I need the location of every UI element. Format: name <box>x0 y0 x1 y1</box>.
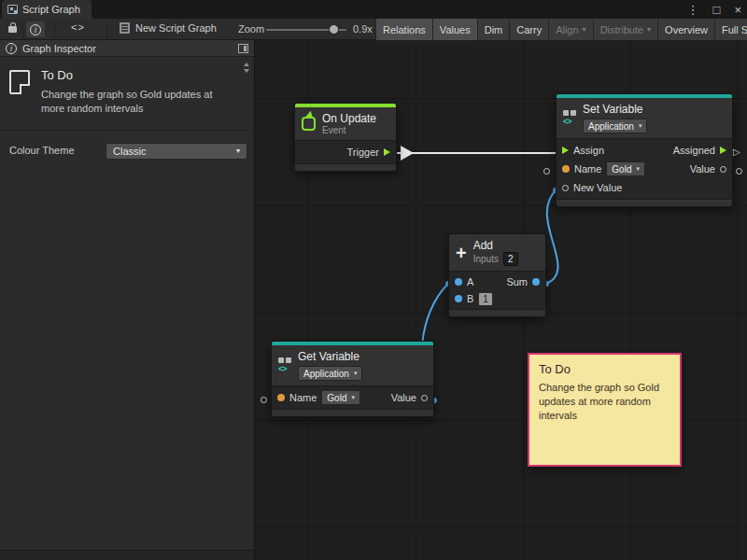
chevron-down-icon: ▾ <box>647 25 651 34</box>
align-button[interactable]: Align▾ <box>548 19 592 40</box>
assigned-port-label: Assigned <box>673 145 715 156</box>
values-button[interactable]: Values <box>432 19 477 40</box>
variable-scope-dropdown[interactable]: Application ▾ <box>583 119 647 133</box>
sticky-note-icon <box>9 70 30 94</box>
trigger-port-row: Trigger <box>295 143 396 161</box>
new-value-port-row: New Value <box>557 178 732 197</box>
b-port-row: B 1 <box>449 290 545 307</box>
add-icon: + <box>456 244 467 262</box>
chevron-down-icon: ▾ <box>351 394 355 401</box>
name-port-row: Name Gold ▾ Value <box>272 388 433 407</box>
variable-icon: <> <box>563 110 576 126</box>
node-add[interactable]: + Add Inputs 2 A Sum <box>448 233 546 317</box>
node-subtitle: Event <box>322 125 376 135</box>
chevron-down-icon: ▾ <box>236 147 240 155</box>
variable-name-dropdown[interactable]: Gold ▾ <box>606 161 645 176</box>
new-value-port-label: New Value <box>573 182 622 193</box>
close-icon[interactable]: × <box>734 3 741 17</box>
colour-theme-dropdown[interactable]: Classic ▾ <box>106 143 247 160</box>
toolbar-buttons: Relations Values Dim Carry Align▾ Distri… <box>375 19 747 40</box>
node-get-variable[interactable]: <> Get Variable Application ▾ Name Gold <box>271 341 434 417</box>
a-port-row: A Sum <box>449 273 545 290</box>
node-footer <box>449 309 545 316</box>
scroll-spinner[interactable] <box>244 63 249 73</box>
update-loop-icon <box>302 117 316 131</box>
colour-theme-label: Colour Theme <box>9 145 75 156</box>
todo-title: To Do <box>41 68 233 82</box>
external-port-icon[interactable] <box>261 397 267 403</box>
new-value-input-port[interactable] <box>562 185 569 191</box>
scroll-up-icon[interactable] <box>244 63 249 66</box>
value-output-port[interactable] <box>421 395 428 401</box>
graph-name-label: New Script Graph <box>135 22 217 34</box>
node-on-update[interactable]: On Update Event Trigger <box>294 103 397 172</box>
inspector-footer <box>0 550 254 560</box>
b-port-label: B <box>467 293 473 304</box>
a-input-port[interactable] <box>455 278 462 286</box>
assign-input-port[interactable] <box>562 147 569 154</box>
carry-button[interactable]: Carry <box>509 19 548 40</box>
chevron-down-icon: ▾ <box>354 370 358 377</box>
lock-icon[interactable] <box>8 26 17 33</box>
chevron-down-icon: ▾ <box>639 122 642 130</box>
name-port-label: Name <box>574 163 601 175</box>
todo-text: Change the graph so Gold updates at more… <box>41 88 233 117</box>
distribute-button[interactable]: Distribute▾ <box>593 19 657 40</box>
menu-icon[interactable]: ⋮ <box>687 3 699 17</box>
tab-script-graph[interactable]: Script Graph <box>2 0 92 19</box>
inspector-toggle-button[interactable]: i <box>26 21 45 37</box>
variable-name-dropdown[interactable]: Gold ▾ <box>321 390 360 405</box>
b-value-field[interactable]: 1 <box>478 292 493 306</box>
toolbar-separator <box>54 21 55 38</box>
tab-title: Script Graph <box>22 4 80 15</box>
tab-bar: Script Graph ⋮ □ × <box>0 0 747 19</box>
b-input-port[interactable] <box>455 295 462 302</box>
name-input-port[interactable] <box>277 394 285 401</box>
node-title: On Update <box>322 112 376 125</box>
zoom-value: 0.9x <box>353 23 373 35</box>
name-input-port[interactable] <box>562 165 570 173</box>
value-port-label: Value <box>690 163 715 175</box>
node-footer <box>295 163 396 171</box>
sum-output-port[interactable] <box>532 278 540 286</box>
node-title: Add <box>473 239 518 252</box>
trigger-output-port[interactable] <box>384 148 390 156</box>
inputs-count-field[interactable]: 2 <box>503 252 518 266</box>
toolbar-separator <box>106 21 107 38</box>
zoom-slider-thumb[interactable] <box>329 24 339 35</box>
code-icon[interactable]: <> <box>71 21 85 33</box>
external-port-icon[interactable] <box>543 168 550 175</box>
node-title: Get Variable <box>298 350 362 363</box>
node-footer <box>272 409 433 416</box>
node-footer <box>557 199 732 206</box>
script-graph-icon <box>7 5 18 14</box>
overview-button[interactable]: Overview <box>657 19 714 40</box>
assigned-output-port[interactable] <box>720 147 726 154</box>
sticky-note[interactable]: To Do Change the graph so Gold updates a… <box>528 353 682 467</box>
dock-panel-icon[interactable] <box>238 44 248 53</box>
value-output-port[interactable] <box>720 166 726 173</box>
node-set-variable[interactable]: <> Set Variable Application ▾ Assign Ass… <box>556 93 733 207</box>
graph-inspector-header: i Graph Inspector <box>0 40 254 57</box>
zoom-label: Zoom <box>238 23 264 35</box>
toolbar-separator <box>22 21 23 38</box>
external-flow-port-icon[interactable]: ▷ <box>733 147 740 157</box>
chevron-down-icon: ▾ <box>583 25 586 34</box>
graph-canvas[interactable]: On Update Event Trigger <> <box>255 40 747 560</box>
info-icon: i <box>30 24 41 35</box>
external-port-icon[interactable] <box>736 168 742 175</box>
graph-toolbar: i <> New Script Graph Zoom 0.9x Relation… <box>0 19 747 40</box>
value-port-label: Value <box>391 392 416 403</box>
fullscreen-button[interactable]: Full S <box>714 19 747 40</box>
relations-button[interactable]: Relations <box>375 19 432 40</box>
scroll-down-icon[interactable] <box>244 69 249 73</box>
wire-arrow-icon <box>401 146 414 161</box>
dim-button[interactable]: Dim <box>477 19 510 40</box>
inspector-title: Graph Inspector <box>22 43 96 54</box>
variable-icon: <> <box>278 357 291 373</box>
graph-name: New Script Graph <box>120 22 217 34</box>
maximize-icon[interactable]: □ <box>713 3 721 17</box>
window-controls: ⋮ □ × <box>687 0 741 19</box>
inputs-label: Inputs <box>473 254 499 264</box>
variable-scope-dropdown[interactable]: Application ▾ <box>298 366 362 381</box>
